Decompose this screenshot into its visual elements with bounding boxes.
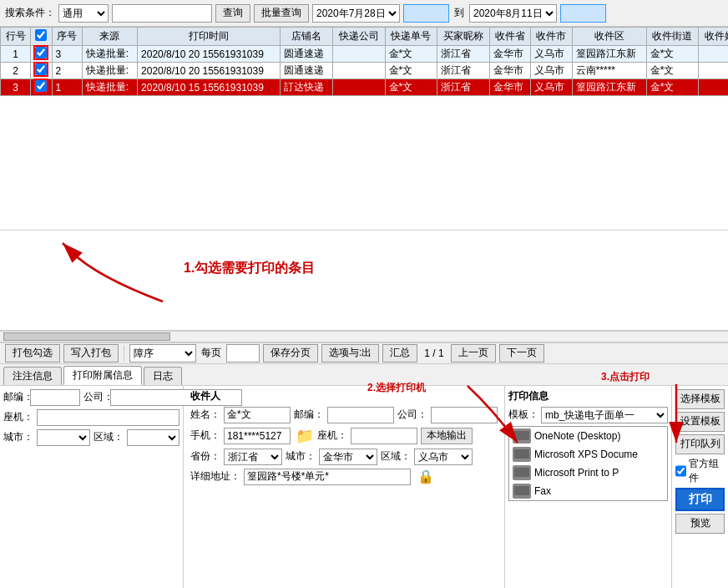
recipient-city-select[interactable]: 金华市 (319, 449, 377, 465)
folder-icon[interactable]: 📁 (296, 427, 314, 445)
select-export-button[interactable]: 选项与:出 (321, 344, 379, 362)
recipient-company-label: 公司： (397, 408, 427, 422)
row-checkbox[interactable] (35, 63, 47, 75)
select-all-checkbox[interactable] (35, 29, 47, 41)
printer-item[interactable]: Microsoft XPS Docume (509, 445, 667, 464)
table-row: 31快递批量:2020/8/10 15 15561931039訂达快递金*文浙江… (1, 79, 729, 96)
col-courierno: 快递单号 (385, 28, 437, 46)
recipient-addr-label: 详细地址： (190, 469, 240, 484)
date-separator: 到 (454, 6, 464, 20)
tab-register-info[interactable]: 注注信息 (3, 367, 62, 385)
table-cell (699, 63, 728, 79)
city-select[interactable] (37, 429, 90, 446)
printer-item[interactable]: Microsoft Print to P (509, 464, 667, 482)
district-select[interactable] (127, 429, 180, 446)
right-buttons-panel: 选择模板 设置模板 打印队列 官方组件 打印 预览 (671, 386, 728, 589)
query-button[interactable]: 查询 (215, 4, 250, 23)
table-cell: 金*文 (385, 46, 437, 63)
table-cell: 金*文 (646, 63, 699, 79)
table-cell: 浙江省 (437, 63, 490, 79)
printer-icon (513, 428, 531, 444)
save-page-button[interactable]: 保存分页 (263, 344, 318, 362)
date-end-select[interactable]: 2020年8月11日 (469, 4, 557, 23)
table-cell: 义乌市 (531, 46, 572, 63)
select-template-button[interactable]: 选择模板 (675, 389, 725, 409)
recipient-prov-row: 省份： 浙江省 城市： 金华市 区域： 义乌市 (190, 449, 498, 465)
time-end-input[interactable]: 00:00 (560, 4, 606, 23)
batch-query-button[interactable]: 批量查询 (254, 4, 309, 23)
recipient-name-input[interactable] (224, 407, 291, 423)
zip-input[interactable] (30, 389, 80, 406)
summary-button[interactable]: 汇总 (382, 344, 417, 362)
printer-name: Microsoft Print to P (534, 467, 619, 479)
recipient-dist-select[interactable]: 义乌市 (414, 449, 473, 465)
export-button[interactable]: 本地输出 (421, 428, 473, 444)
pack-check-button[interactable]: 打包勾选 (5, 344, 60, 362)
table-cell: 金*文 (646, 46, 699, 63)
tab-print-info[interactable]: 打印附属信息 (63, 366, 142, 385)
district-label: 区域： (94, 430, 124, 444)
official-component-checkbox[interactable] (675, 465, 686, 477)
sort-select[interactable]: 障序 (129, 344, 196, 362)
table-cell: 金*文 (385, 79, 437, 96)
print-queue-button[interactable]: 打印队列 (675, 434, 725, 454)
col-source: 来源 (82, 28, 137, 46)
printer-icon (513, 484, 531, 499)
table-cell: 2020/8/10 20 15561931039 (138, 46, 281, 63)
table-cell: 3 (52, 46, 82, 63)
print-button[interactable]: 打印 (675, 488, 725, 511)
table-cell[interactable] (31, 79, 52, 96)
official-component-row: 官方组件 (675, 457, 725, 485)
printer-name: Fax (534, 485, 551, 497)
instruction-text-1: 1.勾选需要打印的条目 (184, 260, 315, 277)
set-template-button[interactable]: 设置模板 (675, 412, 725, 432)
table-cell: 金华市 (489, 79, 530, 96)
prev-page-button[interactable]: 上一页 (451, 344, 496, 362)
recipient-addr-input[interactable] (244, 469, 411, 485)
table-cell: 快递批量: (82, 63, 137, 79)
phone-input[interactable] (37, 409, 179, 426)
table-cell: 金*文 (385, 63, 437, 79)
write-pack-button[interactable]: 写入打包 (63, 344, 119, 362)
print-title: 打印信息 (508, 389, 668, 403)
recipient-prov-select[interactable]: 浙江省 (224, 449, 282, 465)
recipient-company-input[interactable] (431, 407, 498, 423)
city-label: 城市： (3, 430, 33, 444)
col-selectall[interactable] (31, 28, 52, 46)
template-select[interactable]: mb_快递电子面单一 (541, 407, 668, 423)
printer-item[interactable]: OneNote (Desktop) (509, 427, 667, 445)
table-cell: 快递批量: (82, 46, 137, 63)
search-input[interactable] (112, 4, 212, 23)
table-cell: 2020/8/10 20 15561931039 (138, 63, 281, 79)
recipient-seat-input[interactable] (351, 428, 417, 444)
table-cell[interactable] (31, 63, 52, 79)
page-info: 1 / 1 (424, 347, 443, 359)
horizontal-scrollbar[interactable] (0, 331, 728, 342)
scroll-thumb[interactable] (3, 332, 170, 341)
preview-button[interactable]: 预览 (675, 514, 725, 534)
row-checkbox[interactable] (35, 80, 47, 92)
official-component-label: 官方组件 (689, 457, 725, 485)
col-shop: 店铺名 (281, 28, 333, 46)
recipient-phone-input[interactable] (224, 428, 291, 444)
table-cell (332, 79, 385, 96)
table-cell: 1 (52, 79, 82, 96)
table-cell (332, 46, 385, 63)
col-recvprov: 收件省 (489, 28, 530, 46)
date-start-select[interactable]: 2020年7月28日 (312, 4, 400, 23)
per-page-input[interactable]: 100 (226, 344, 260, 362)
phone-row: 座机： (3, 409, 179, 426)
table-row: 22快递批量:2020/8/10 20 15561931039圆通速递金*文浙江… (1, 63, 729, 79)
recipient-seat-label: 座机： (317, 428, 347, 443)
search-type-select[interactable]: 通用 (58, 4, 109, 23)
table-cell: 快递批量: (82, 79, 137, 96)
time-start-input[interactable]: 00:00 (403, 4, 449, 23)
recipient-zip-input[interactable] (327, 407, 394, 423)
toolbar-separator-1 (124, 345, 124, 362)
tab-log[interactable]: 日志 (144, 367, 182, 385)
table-cell[interactable] (31, 46, 52, 63)
printer-item[interactable]: Fax (509, 482, 667, 500)
row-checkbox[interactable] (35, 47, 47, 58)
template-label: 模板： (508, 408, 538, 422)
next-page-button[interactable]: 下一页 (499, 344, 544, 362)
